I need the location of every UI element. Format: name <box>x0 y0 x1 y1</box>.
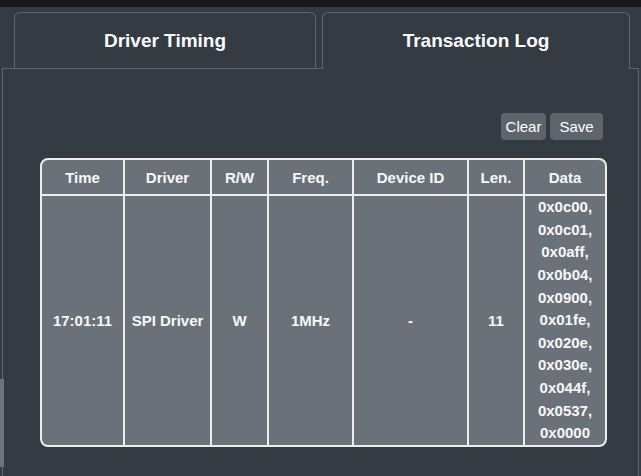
row-cell-device-id[interactable]: - <box>354 196 467 445</box>
row-cell-data[interactable]: 0x0c00, 0x0c01, 0x0aff, 0x0b04, 0x0900, … <box>525 196 605 445</box>
tab-transaction-log-label: Transaction Log <box>403 30 550 52</box>
save-button[interactable]: Save <box>550 113 603 140</box>
tab-driver-timing[interactable]: Driver Timing <box>14 12 316 68</box>
left-scrollbar-thumb[interactable] <box>0 379 4 467</box>
column-header-len[interactable]: Len. <box>469 160 523 194</box>
column-header-device-id[interactable]: Device ID <box>354 160 467 194</box>
row-cell-rw[interactable]: W <box>212 196 267 445</box>
tab-transaction-log[interactable]: Transaction Log <box>322 12 630 69</box>
row-cell-len[interactable]: 11 <box>469 196 523 445</box>
column-header-data[interactable]: Data <box>525 160 605 194</box>
column-header-freq[interactable]: Freq. <box>269 160 352 194</box>
row-cell-freq[interactable]: 1MHz <box>269 196 352 445</box>
transaction-log-table: Time Driver R/W Freq. Device ID Len. Dat… <box>40 158 607 447</box>
clear-button[interactable]: Clear <box>501 113 546 140</box>
row-cell-driver[interactable]: SPI Driver <box>125 196 210 445</box>
column-header-time[interactable]: Time <box>42 160 123 194</box>
window-top-bar <box>0 0 641 7</box>
tab-driver-timing-label: Driver Timing <box>104 30 226 52</box>
column-header-driver[interactable]: Driver <box>125 160 210 194</box>
row-cell-time[interactable]: 17:01:11 <box>42 196 123 445</box>
column-header-rw[interactable]: R/W <box>212 160 267 194</box>
